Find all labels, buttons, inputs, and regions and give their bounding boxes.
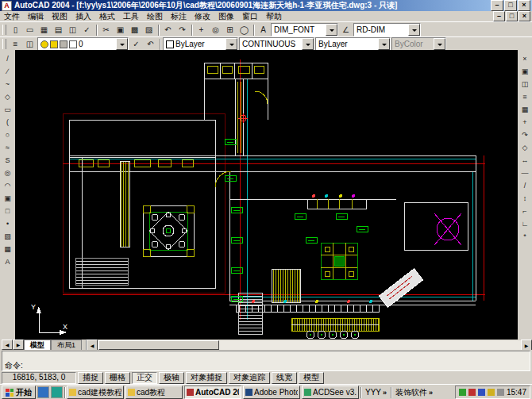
menu-help[interactable]: 帮助 — [262, 11, 286, 21]
layer-states-icon[interactable]: ◫ — [23, 38, 37, 51]
insert-block-icon[interactable]: ▣ — [2, 192, 14, 204]
chevron-down-icon[interactable] — [326, 24, 337, 36]
make-block-icon[interactable]: □ — [2, 205, 14, 217]
array-icon[interactable]: ▦ — [519, 103, 531, 115]
menu-format[interactable]: 格式 — [95, 11, 119, 21]
line-icon[interactable]: / — [2, 52, 14, 64]
make-object-layer-current-icon[interactable]: ✓ — [129, 38, 143, 51]
menu-window[interactable]: 窗口 — [238, 11, 262, 21]
paste-icon[interactable]: ▩ — [128, 24, 141, 36]
close-icon[interactable]: × — [518, 0, 530, 11]
minimize-icon[interactable]: – — [491, 0, 503, 11]
redo-icon[interactable]: ↷ — [175, 24, 189, 36]
toolbar-grip[interactable] — [2, 39, 6, 49]
restore-icon[interactable]: □ — [504, 0, 517, 11]
start-button[interactable]: 开始 — [2, 386, 36, 399]
menu-insert[interactable]: 插入 — [71, 11, 95, 21]
status-snap-button[interactable]: 捕捉 — [78, 372, 103, 384]
polygon-icon[interactable]: ◇ — [2, 90, 14, 102]
tray-icon-display[interactable] — [497, 389, 504, 396]
status-grid-button[interactable]: 栅格 — [105, 372, 130, 384]
hatch-icon[interactable]: ▨ — [2, 230, 14, 242]
break-icon[interactable]: ⌐ — [519, 205, 531, 217]
quick-launch-browser-icon[interactable] — [37, 386, 49, 398]
chevron-icon[interactable]: » — [383, 389, 387, 397]
chevron-down-icon[interactable] — [226, 38, 237, 50]
erase-icon[interactable]: × — [519, 52, 531, 64]
color-combo[interactable]: ByLayer — [163, 37, 238, 51]
scroll-right-icon[interactable]: ▶ — [521, 340, 532, 351]
tray-icon-volume[interactable] — [478, 389, 485, 396]
revision-cloud-icon[interactable]: ≈ — [2, 141, 14, 153]
copy-object-icon[interactable]: ▣ — [519, 65, 531, 77]
offset-icon[interactable]: ≡ — [519, 90, 531, 102]
stretch-icon[interactable]: ↔ — [519, 154, 531, 166]
doc-restore-icon[interactable]: □ — [506, 11, 518, 21]
status-lineweight-button[interactable]: 线宽 — [272, 372, 297, 384]
match-properties-icon[interactable]: ▨ — [142, 24, 156, 36]
text-style-combo[interactable]: DIM_FONT — [271, 23, 338, 36]
spline-icon[interactable]: S — [2, 154, 14, 166]
zoom-previous-icon[interactable]: ◯ — [237, 24, 251, 36]
chevron-down-icon[interactable] — [378, 38, 390, 50]
menu-dimension[interactable]: 标注 — [167, 11, 191, 21]
menu-file[interactable]: 文件 — [0, 11, 24, 21]
titlebar[interactable]: A AutoCAD 2004 - [f:\yy\ys1\2006年\2006年1… — [0, 0, 532, 11]
pan-icon[interactable]: + — [195, 24, 208, 36]
menu-draw[interactable]: 绘图 — [143, 11, 167, 21]
scrollbar-thumb[interactable] — [98, 340, 219, 350]
point-icon[interactable]: • — [2, 217, 14, 229]
chamfer-icon[interactable]: ∟ — [519, 217, 531, 229]
menu-view[interactable]: 视图 — [48, 11, 71, 21]
menu-tools[interactable]: 工具 — [119, 11, 143, 21]
multiline-text-icon[interactable]: A — [2, 255, 14, 267]
tray-icon-network[interactable] — [468, 389, 476, 396]
tray-icon-antivirus[interactable] — [459, 389, 466, 396]
command-prompt[interactable]: 命令: — [5, 361, 527, 370]
trim-icon[interactable]: / — [519, 179, 531, 191]
taskbar-item-acdsee[interactable]: ACDSee v3.1... — [302, 386, 359, 399]
layer-on-bulb-icon[interactable] — [40, 40, 48, 48]
layer-combo[interactable]: 0 — [37, 37, 129, 51]
taskbar-item-photoshop[interactable]: Adobe Photo... — [243, 386, 300, 399]
cut-icon[interactable]: ✂ — [99, 24, 113, 36]
print-icon[interactable]: ▤ — [52, 24, 65, 36]
zoom-realtime-icon[interactable]: ◎ — [209, 24, 222, 36]
tab-model[interactable]: 模型 — [24, 340, 51, 350]
text-style-icon[interactable]: A — [256, 24, 270, 36]
construction-line-icon[interactable]: ∕ — [2, 65, 14, 77]
tab-next-icon[interactable]: ▶ — [13, 340, 24, 350]
zoom-window-icon[interactable]: ⊞ — [223, 24, 237, 36]
new-file-icon[interactable]: ▯ — [9, 24, 22, 36]
menu-edit[interactable]: 编辑 — [24, 11, 48, 21]
circle-icon[interactable]: ○ — [2, 129, 14, 140]
dim-style-combo[interactable]: RD-DIM — [353, 23, 421, 36]
arc-icon[interactable]: ( — [2, 116, 14, 128]
taskbar-band-yyy[interactable]: YYY » — [363, 386, 389, 398]
status-model-button[interactable]: 模型 — [299, 372, 324, 384]
taskbar-clock[interactable]: 15:47 — [507, 388, 526, 397]
toolbar-grip[interactable] — [2, 25, 6, 35]
open-file-icon[interactable]: ▭ — [23, 24, 37, 36]
taskbar-item-autocad[interactable]: AutoCAD 200... — [184, 386, 241, 399]
command-text-area[interactable]: 命令: — [2, 351, 530, 371]
dim-style-icon[interactable]: ∠ — [339, 24, 353, 36]
rectangle-icon[interactable]: ▭ — [2, 103, 14, 115]
move-icon[interactable]: + — [519, 116, 531, 128]
menu-image[interactable]: 图像 — [214, 11, 238, 21]
chevron-icon[interactable]: » — [429, 389, 433, 397]
drawing-canvas[interactable]: Y X — [15, 50, 518, 340]
scale-icon[interactable]: ◇ — [519, 141, 531, 153]
print-preview-icon[interactable]: ◫ — [66, 24, 79, 36]
copy-icon[interactable]: ▣ — [114, 24, 127, 36]
ellipse-icon[interactable]: ◎ — [2, 167, 14, 178]
layer-thaw-sun-icon[interactable] — [50, 40, 58, 48]
tab-layout1[interactable]: 布局1 — [51, 340, 82, 350]
doc-close-icon[interactable]: × — [519, 11, 530, 21]
tab-prev-icon[interactable]: ◀ — [2, 340, 13, 350]
lineweight-combo[interactable]: ByLayer — [315, 37, 391, 51]
lengthen-icon[interactable]: — — [519, 167, 531, 178]
layer-manager-icon[interactable]: ≡ — [9, 38, 22, 51]
region-icon[interactable]: ▦ — [2, 243, 14, 255]
rotate-icon[interactable]: ↷ — [519, 129, 531, 140]
